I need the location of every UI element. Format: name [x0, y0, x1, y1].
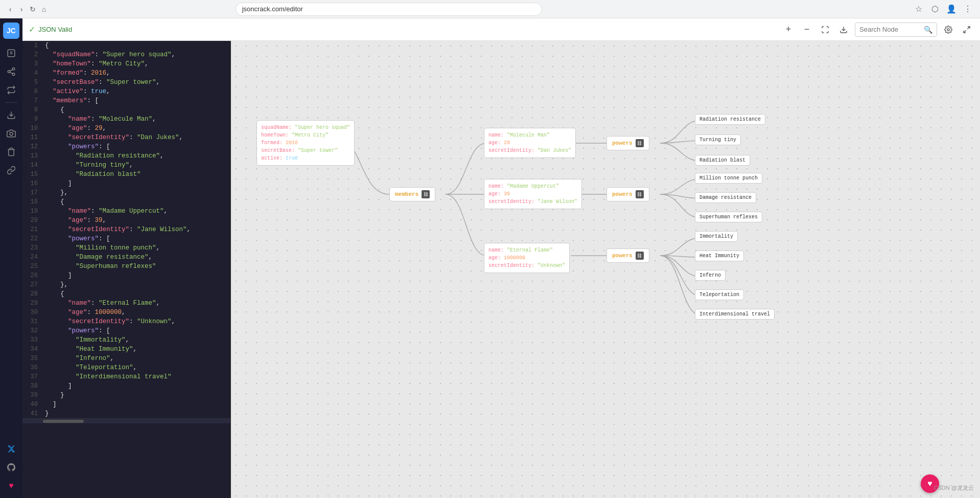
forward-button[interactable]: › [17, 5, 26, 13]
browser-bar: ‹ › ↻ ⌂ jsoncrack.com/editor ☆ ⬡ 👤 ⋮ [0, 0, 980, 18]
members-link-icon: ⛓ [422, 190, 430, 198]
app: JC ♥ [0, 18, 980, 498]
sidebar-item-github[interactable] [3, 459, 19, 476]
code-line-6: 6 "active": true, [22, 87, 230, 96]
svg-point-9 [10, 132, 13, 135]
fullscreen-button[interactable] [960, 22, 974, 37]
code-line-8: 8 { [22, 105, 230, 115]
code-line-24: 24 "Damage resistance", [22, 253, 230, 262]
menu-icon[interactable]: ⋮ [962, 3, 974, 15]
sidebar-item-camera[interactable] [3, 125, 19, 142]
scrollbar-thumb [43, 420, 84, 423]
powers1-pill[interactable]: powers ⛓ [606, 136, 649, 150]
leaf-radiation-resistance[interactable]: Radiation resistance [695, 114, 765, 125]
sidebar-item-delete[interactable] [3, 144, 19, 160]
sidebar-item-share[interactable] [3, 63, 19, 80]
member1-node[interactable]: name: "Molecule Man" age: 29 secretIdent… [484, 128, 576, 158]
members-pill[interactable]: members ⛓ [389, 187, 435, 201]
powers3-pill[interactable]: powers ⛓ [606, 248, 649, 263]
back-button[interactable]: ‹ [6, 5, 14, 13]
sidebar-item-new[interactable] [3, 45, 19, 61]
code-line-10: 10 "age": 29, [22, 124, 230, 133]
code-line-34: 34 "Heat Immunity", [22, 345, 230, 354]
leaf-interdimensional[interactable]: Interdimensional travel [695, 309, 775, 320]
search-icon[interactable]: 🔍 [924, 26, 932, 34]
code-line-20: 20 "age": 39, [22, 216, 230, 225]
code-line-19: 19 "name": "Madame Uppercut", [22, 207, 230, 216]
connections-svg [231, 41, 980, 498]
reload-button[interactable]: ↻ [29, 5, 37, 13]
address-text: jsoncrack.com/editor [242, 5, 303, 13]
powers2-pill[interactable]: powers ⛓ [606, 187, 649, 201]
code-line-26: 26 ] [22, 271, 230, 280]
graph-panel[interactable]: squadName: "Super hero squad" homeTown: … [231, 41, 980, 498]
code-line-15: 15 "Radiation blast" [22, 170, 230, 179]
member2-node[interactable]: name: "Madame Uppercut" age: 39 secretId… [484, 179, 582, 209]
code-line-40: 40 ] [22, 400, 230, 409]
root-node-squadname: squadName: "Super hero squad" [261, 124, 350, 131]
code-line-21: 21 "secretIdentity": "Jane Wilson", [22, 225, 230, 234]
valid-icon: ✓ [29, 25, 35, 34]
code-line-7: 7 "members": [ [22, 96, 230, 105]
svg-line-13 [964, 30, 966, 33]
root-node-hometown: homeTown: "Metro City" [261, 131, 350, 139]
svg-point-5 [12, 73, 15, 76]
root-node[interactable]: squadName: "Super hero squad" homeTown: … [256, 120, 355, 166]
code-line-9: 9 "name": "Molecule Man", [22, 115, 230, 124]
leaf-heat-immunity[interactable]: Heat Immunity [695, 251, 744, 261]
zoom-in-button[interactable]: + [781, 22, 796, 37]
powers1-label: powers [612, 140, 633, 146]
valid-text: JSON Valid [38, 26, 72, 33]
member3-node[interactable]: name: "Eternal Flame" age: 1000000 secre… [484, 243, 570, 273]
leaf-radiation-blast[interactable]: Radiation blast [695, 155, 750, 166]
zoom-out-button[interactable]: − [800, 22, 814, 37]
extension-icon[interactable]: ⬡ [929, 3, 941, 15]
leaf-immortality[interactable]: Immortality [695, 231, 738, 242]
address-bar[interactable]: jsoncrack.com/editor [236, 3, 542, 16]
app-logo[interactable]: JC [3, 22, 19, 39]
code-line-11: 11 "secretIdentity": "Dan Jukes", [22, 133, 230, 142]
leaf-turning-tiny[interactable]: Turning tiny [695, 134, 741, 145]
sidebar-item-download[interactable] [3, 107, 19, 123]
fit-button[interactable] [818, 22, 832, 37]
powers3-label: powers [612, 253, 633, 259]
code-line-39: 39 } [22, 391, 230, 400]
code-panel[interactable]: 1{ 2 "squadName": "Super hero squad", 3 … [22, 41, 231, 498]
settings-button[interactable] [941, 22, 955, 37]
code-scrollbar[interactable] [22, 418, 230, 423]
code-line-25: 25 "Superhuman reflexes" [22, 262, 230, 271]
code-line-12: 12 "powers": [ [22, 142, 230, 151]
leaf-damage-resistance[interactable]: Damage resistance [695, 192, 756, 203]
code-line-33: 33 "Immortality", [22, 335, 230, 345]
leaf-inferno[interactable]: Inferno [695, 270, 726, 281]
leaf-teleportation[interactable]: Teleportation [695, 289, 744, 300]
svg-point-4 [8, 71, 10, 73]
svg-line-6 [10, 72, 12, 74]
search-node-input[interactable] [859, 26, 921, 33]
watermark: CSDN @龙龙云 [934, 484, 974, 492]
root-node-secretbase: secretBase: "Super tower" [261, 147, 350, 154]
code-line-28: 28 { [22, 289, 230, 299]
code-line-5: 5 "secretBase": "Super tower", [22, 78, 230, 87]
leaf-superhuman-reflexes[interactable]: Superhuman reflexes [695, 212, 762, 222]
powers1-link-icon: ⛓ [636, 139, 644, 147]
sidebar-item-importexport[interactable] [3, 82, 19, 98]
code-line-37: 37 "Interdimensional travel" [22, 372, 230, 381]
code-line-27: 27 }, [22, 280, 230, 289]
code-line-41: 41} [22, 409, 230, 418]
leaf-million-tonne[interactable]: Million tonne punch [695, 173, 762, 184]
sidebar-item-heart[interactable]: ♥ [3, 478, 19, 494]
bookmark-icon[interactable]: ☆ [913, 3, 925, 15]
home-button[interactable]: ⌂ [40, 5, 48, 13]
search-node-container[interactable]: 🔍 [855, 22, 937, 37]
code-line-14: 14 "Turning tiny", [22, 161, 230, 170]
code-line-32: 32 "powers": [ [22, 326, 230, 335]
powers2-label: powers [612, 191, 633, 197]
sidebar-item-link[interactable] [3, 162, 19, 178]
code-line-2: 2 "squadName": "Super hero squad", [22, 50, 230, 59]
download-button[interactable] [836, 22, 851, 37]
profile-icon[interactable]: 👤 [945, 3, 958, 15]
code-line-16: 16 ] [22, 179, 230, 188]
sidebar-item-twitter[interactable] [3, 441, 19, 457]
valid-badge: ✓ JSON Valid [29, 25, 72, 34]
